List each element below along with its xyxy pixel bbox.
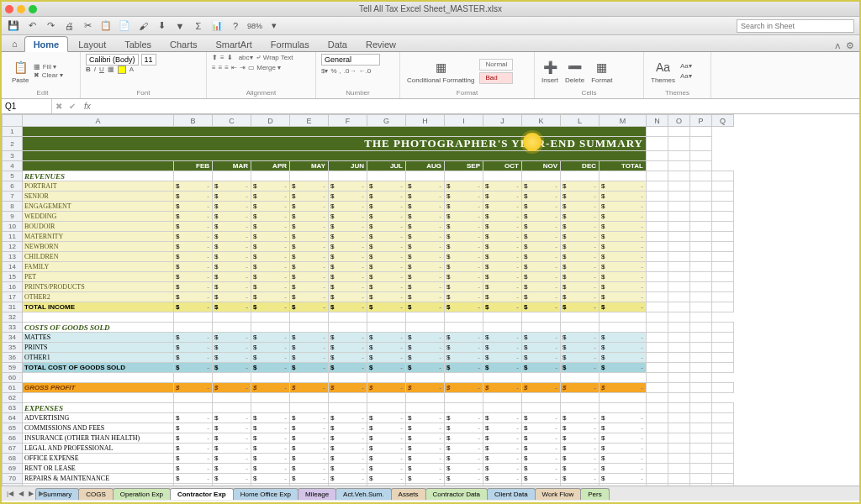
tab-layout[interactable]: Layout bbox=[70, 37, 114, 51]
cell[interactable]: $- bbox=[329, 222, 367, 232]
cell[interactable]: $- bbox=[174, 343, 213, 353]
cell[interactable] bbox=[712, 232, 734, 242]
cell[interactable]: $- bbox=[367, 262, 406, 272]
cell[interactable]: $- bbox=[483, 433, 522, 444]
cell[interactable]: $- bbox=[174, 363, 213, 373]
cell[interactable] bbox=[647, 272, 668, 282]
cell[interactable] bbox=[647, 282, 668, 292]
cell[interactable]: $- bbox=[522, 272, 561, 282]
cell[interactable]: $- bbox=[290, 222, 329, 232]
cell[interactable]: 67 bbox=[3, 444, 23, 454]
cell[interactable] bbox=[712, 353, 734, 363]
sheet-tab[interactable]: Assets bbox=[391, 488, 426, 500]
cell[interactable]: 70 bbox=[3, 474, 23, 484]
cell[interactable] bbox=[647, 292, 668, 302]
wrap-text-button[interactable]: ⤶ Wrap Text bbox=[256, 54, 293, 62]
cell[interactable] bbox=[647, 343, 668, 353]
cell[interactable] bbox=[213, 312, 251, 323]
cell[interactable]: 10 bbox=[3, 222, 23, 232]
cell[interactable] bbox=[406, 393, 445, 403]
cell[interactable] bbox=[367, 393, 406, 403]
cell[interactable]: $- bbox=[561, 464, 600, 474]
cell[interactable]: WEDDING bbox=[23, 212, 174, 222]
cell[interactable] bbox=[668, 302, 690, 312]
cell[interactable] bbox=[668, 454, 690, 464]
cell[interactable]: $- bbox=[483, 353, 522, 363]
cell[interactable]: $- bbox=[367, 232, 406, 242]
confirm-formula-icon[interactable]: ✔ bbox=[66, 102, 79, 111]
zoom-level[interactable]: 98% bbox=[247, 22, 262, 30]
cell[interactable] bbox=[290, 393, 329, 403]
cell[interactable]: $- bbox=[600, 413, 647, 423]
cell[interactable]: $- bbox=[600, 302, 647, 312]
cell[interactable]: ADVERTISING bbox=[23, 413, 174, 423]
undo-icon[interactable]: ↶ bbox=[25, 19, 39, 33]
cell[interactable]: MAR bbox=[213, 161, 251, 171]
cell[interactable]: $- bbox=[406, 242, 445, 252]
cell[interactable]: $- bbox=[406, 272, 445, 282]
cell[interactable]: $- bbox=[367, 252, 406, 262]
cell[interactable]: 34 bbox=[3, 333, 23, 343]
align-center-button[interactable]: ≡ bbox=[219, 64, 223, 72]
cell[interactable]: $- bbox=[600, 353, 647, 363]
cell[interactable]: $- bbox=[561, 353, 600, 363]
cell[interactable] bbox=[647, 363, 668, 373]
cell[interactable] bbox=[251, 171, 290, 181]
cell[interactable] bbox=[647, 137, 668, 151]
cell[interactable] bbox=[668, 444, 690, 454]
cell[interactable] bbox=[329, 171, 367, 181]
tab-review[interactable]: Review bbox=[357, 37, 404, 51]
cell[interactable]: $- bbox=[406, 202, 445, 212]
cell[interactable] bbox=[712, 323, 734, 333]
cell[interactable]: $- bbox=[561, 192, 600, 202]
cell[interactable] bbox=[690, 242, 712, 252]
cell[interactable]: $- bbox=[561, 292, 600, 302]
cell[interactable]: $- bbox=[290, 454, 329, 464]
cell[interactable]: $- bbox=[522, 383, 561, 393]
underline-button[interactable]: U bbox=[99, 66, 104, 76]
cell[interactable]: $- bbox=[329, 474, 367, 484]
sheet-tab[interactable]: Contractor Exp bbox=[170, 488, 234, 500]
cell[interactable] bbox=[290, 323, 329, 333]
cell[interactable]: $- bbox=[445, 353, 483, 363]
tab-charts[interactable]: Charts bbox=[161, 37, 205, 51]
cell[interactable]: $- bbox=[600, 232, 647, 242]
cell[interactable] bbox=[647, 252, 668, 262]
cell[interactable]: A bbox=[23, 115, 174, 127]
cell[interactable]: F bbox=[329, 115, 367, 127]
cell[interactable] bbox=[668, 423, 690, 433]
cell[interactable] bbox=[23, 373, 174, 383]
cell[interactable]: 12 bbox=[3, 242, 23, 252]
cell[interactable] bbox=[690, 151, 712, 161]
cell[interactable] bbox=[690, 333, 712, 343]
cell[interactable]: $- bbox=[251, 181, 290, 192]
cell[interactable] bbox=[329, 393, 367, 403]
cell[interactable]: $- bbox=[329, 454, 367, 464]
cell[interactable]: $- bbox=[406, 413, 445, 423]
cell[interactable]: FEB bbox=[174, 161, 213, 171]
cell[interactable] bbox=[668, 312, 690, 323]
cell[interactable]: $- bbox=[406, 474, 445, 484]
cell[interactable] bbox=[290, 403, 329, 413]
cell[interactable]: $- bbox=[290, 474, 329, 484]
cell[interactable]: $- bbox=[251, 222, 290, 232]
tab-nav-first-icon[interactable]: |◀ bbox=[5, 490, 15, 497]
paste-button[interactable]: 📋Paste bbox=[10, 57, 30, 86]
tab-nav-next-icon[interactable]: ▶ bbox=[27, 490, 35, 497]
cell[interactable] bbox=[712, 262, 734, 272]
cell[interactable] bbox=[445, 323, 483, 333]
cell[interactable]: $- bbox=[174, 212, 213, 222]
cell[interactable]: $- bbox=[290, 282, 329, 292]
cell[interactable]: $- bbox=[522, 302, 561, 312]
cell[interactable]: $- bbox=[329, 262, 367, 272]
cell[interactable]: $- bbox=[367, 202, 406, 212]
cell[interactable]: $- bbox=[600, 423, 647, 433]
cell[interactable]: $- bbox=[174, 353, 213, 363]
cell[interactable] bbox=[561, 373, 600, 383]
cell[interactable]: $- bbox=[483, 474, 522, 484]
cell[interactable]: NEWBORN bbox=[23, 242, 174, 252]
cell[interactable] bbox=[483, 373, 522, 383]
cell[interactable] bbox=[690, 433, 712, 444]
cell[interactable]: 61 bbox=[3, 383, 23, 393]
cell[interactable] bbox=[668, 292, 690, 302]
